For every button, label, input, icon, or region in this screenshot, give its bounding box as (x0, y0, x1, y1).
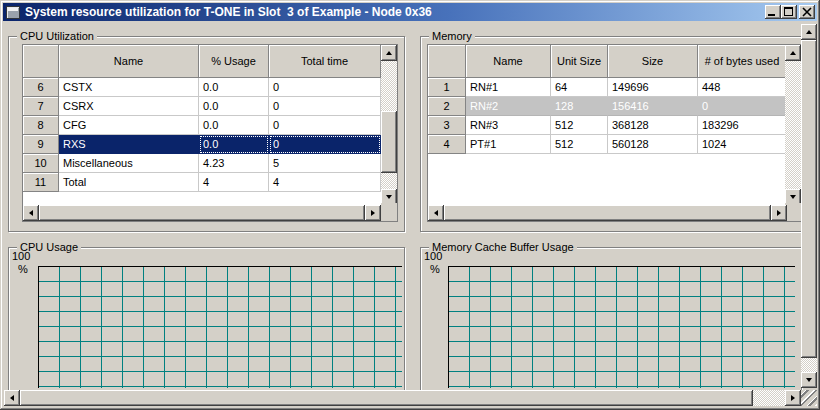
scroll-track[interactable] (785, 61, 801, 189)
cell-name[interactable]: PT#1 (466, 135, 551, 154)
cell-unit-size[interactable]: 512 (551, 135, 608, 154)
scroll-right-button[interactable] (365, 205, 381, 221)
resize-grip[interactable] (801, 390, 817, 406)
cell-size[interactable]: 149696 (608, 78, 698, 97)
cpu-table-grid: Name % Usage Total time 6 CSTX 0.0 0 7 C… (23, 45, 381, 205)
table-row[interactable]: 7 CSRX 0.0 0 (23, 97, 381, 116)
cell-name[interactable]: Miscellaneous (59, 154, 199, 173)
memory-header-name[interactable]: Name (466, 45, 551, 78)
cpu-usage-chart (38, 266, 402, 388)
scroll-right-icon (777, 210, 781, 216)
scroll-up-button[interactable] (801, 24, 817, 40)
scroll-left-button[interactable] (23, 205, 39, 221)
scroll-thumb[interactable] (801, 40, 817, 358)
cell-usage[interactable]: 0.0 (199, 97, 269, 116)
cell-total[interactable]: 0 (269, 97, 381, 116)
cell-name[interactable]: Total (59, 173, 199, 192)
scroll-right-button[interactable] (785, 390, 801, 406)
cpu-utilization-table: Name % Usage Total time 6 CSTX 0.0 0 7 C… (22, 44, 398, 222)
cell-name[interactable]: CSRX (59, 97, 199, 116)
cpu-usage-y-unit: % (18, 263, 28, 275)
scroll-left-icon (29, 210, 33, 216)
scroll-up-icon (806, 30, 812, 34)
scroll-left-button[interactable] (428, 205, 444, 221)
cell-total[interactable]: 0 (269, 78, 381, 97)
minimize-icon (768, 14, 775, 16)
scroll-left-button[interactable] (4, 390, 20, 406)
scroll-thumb[interactable] (381, 111, 397, 173)
row-number: 4 (428, 135, 466, 154)
cell-total[interactable]: 0 (269, 135, 381, 154)
scroll-thumb[interactable] (39, 205, 365, 221)
cell-usage[interactable]: 0.0 (199, 116, 269, 135)
minimize-button[interactable] (765, 5, 781, 19)
cpu-header-name[interactable]: Name (59, 45, 199, 78)
memory-cache-y-unit: % (430, 263, 440, 275)
window-hscrollbar[interactable] (4, 390, 801, 406)
table-row-selected[interactable]: 9 RXS 0.0 0 (23, 135, 381, 154)
scroll-left-icon (10, 395, 14, 401)
cell-name[interactable]: RXS (59, 135, 199, 154)
cell-total[interactable]: 4 (269, 173, 381, 192)
table-row[interactable]: 4 PT#1 512 560128 1024 (428, 135, 785, 154)
memory-header-unit-size[interactable]: Unit Size (551, 45, 608, 78)
scroll-up-button[interactable] (785, 45, 801, 61)
cell-name[interactable]: RN#1 (466, 78, 551, 97)
close-icon (801, 6, 813, 18)
window-vscrollbar[interactable] (801, 24, 817, 388)
cell-bytes-used[interactable]: 1024 (698, 135, 785, 154)
table-row-selected[interactable]: 2 RN#2 128 156416 0 (428, 97, 785, 116)
cell-name[interactable]: CFG (59, 116, 199, 135)
cell-size[interactable]: 560128 (608, 135, 698, 154)
close-button[interactable] (799, 5, 815, 19)
table-row[interactable]: 8 CFG 0.0 0 (23, 116, 381, 135)
memory-table-hscrollbar[interactable] (428, 205, 787, 221)
titlebar[interactable]: System resource utilization for T-ONE in… (3, 3, 817, 21)
cpu-table-header-row: Name % Usage Total time (23, 45, 381, 78)
cell-unit-size[interactable]: 512 (551, 116, 608, 135)
cell-bytes-used[interactable]: 448 (698, 78, 785, 97)
table-row[interactable]: 10 Miscellaneous 4.23 5 (23, 154, 381, 173)
maximize-icon (784, 7, 793, 16)
cpu-header-usage[interactable]: % Usage (199, 45, 269, 78)
cpu-table-hscrollbar[interactable] (23, 205, 381, 221)
table-row[interactable]: 11 Total 4 4 (23, 173, 381, 192)
table-row[interactable]: 1 RN#1 64 149696 448 (428, 78, 785, 97)
scrollbar-corner (381, 203, 397, 221)
cell-name[interactable]: RN#2 (466, 97, 551, 116)
cell-usage[interactable]: 0.0 (199, 135, 269, 154)
cell-usage[interactable]: 4 (199, 173, 269, 192)
cell-name[interactable]: RN#3 (466, 116, 551, 135)
scroll-right-icon (791, 395, 795, 401)
cell-bytes-used[interactable]: 0 (698, 97, 785, 116)
scroll-down-button[interactable] (801, 372, 817, 388)
memory-table: Name Unit Size Size # of bytes used 1 RN… (427, 44, 802, 222)
cell-total[interactable]: 5 (269, 154, 381, 173)
table-row[interactable]: 3 RN#3 512 368128 183296 (428, 116, 785, 135)
cell-size[interactable]: 156416 (608, 97, 698, 116)
memory-header-bytes-used[interactable]: # of bytes used (698, 45, 785, 78)
cell-name[interactable]: CSTX (59, 78, 199, 97)
cell-bytes-used[interactable]: 183296 (698, 116, 785, 135)
cell-total[interactable]: 0 (269, 116, 381, 135)
scroll-up-button[interactable] (381, 45, 397, 61)
scroll-right-button[interactable] (771, 205, 787, 221)
scroll-thumb[interactable] (20, 390, 753, 406)
cell-unit-size[interactable]: 64 (551, 78, 608, 97)
memory-table-vscrollbar[interactable] (785, 45, 801, 205)
cell-size[interactable]: 368128 (608, 116, 698, 135)
cell-unit-size[interactable]: 128 (551, 97, 608, 116)
memory-header-size[interactable]: Size (608, 45, 698, 78)
maximize-button[interactable] (781, 5, 797, 19)
cpu-table-vscrollbar[interactable] (381, 45, 397, 205)
memory-cache-group-label: Memory Cache Buffer Usage (429, 241, 577, 253)
row-number: 10 (23, 154, 59, 173)
scroll-left-icon (434, 210, 438, 216)
scroll-thumb[interactable] (444, 205, 771, 221)
table-row[interactable]: 6 CSTX 0.0 0 (23, 78, 381, 97)
scroll-right-icon (371, 210, 375, 216)
cell-usage[interactable]: 4.23 (199, 154, 269, 173)
cpu-header-total-time[interactable]: Total time (269, 45, 381, 78)
window-icon[interactable] (6, 6, 20, 19)
cell-usage[interactable]: 0.0 (199, 78, 269, 97)
